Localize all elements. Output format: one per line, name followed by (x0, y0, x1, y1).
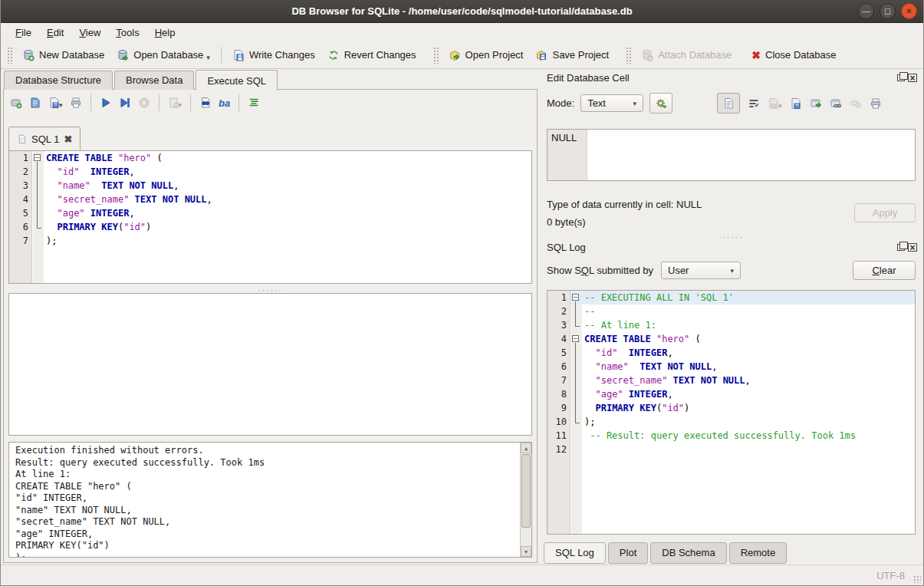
auto-switch-button[interactable] (649, 93, 672, 114)
maximize-icon[interactable]: ◻ (880, 3, 896, 19)
open-project-button[interactable]: Open Project (442, 46, 530, 64)
cell-edit-toolbar: ▾ (717, 93, 882, 114)
open-sql-file-icon[interactable] (29, 97, 41, 109)
fold-gutter-cell (571, 401, 582, 415)
close-database-button[interactable]: ✖ Close Database (745, 46, 842, 64)
fold-marker[interactable]: – (32, 151, 44, 165)
fold-marker[interactable]: – (571, 332, 582, 346)
log-filter-select[interactable]: User ▾ (661, 262, 741, 279)
open-project-label: Open Project (465, 49, 524, 61)
results-grid[interactable] (8, 293, 532, 436)
dock-tab-sql-log[interactable]: SQL Log (544, 542, 606, 564)
text-document-icon (722, 97, 735, 110)
save-project-button[interactable]: Save Project (529, 46, 615, 64)
code-line: 3-- At line 1: (547, 318, 915, 332)
execute-current-line-icon[interactable] (119, 97, 131, 109)
toolbar-handle[interactable] (626, 47, 632, 64)
fold-gutter-cell (32, 165, 44, 179)
sql-document-tab[interactable]: SQL 1 ✖ (8, 127, 81, 150)
main-tab-database-structure[interactable]: Database Structure (4, 71, 113, 90)
code-text (582, 443, 915, 456)
main-tab-execute-sql[interactable]: Execute SQL (196, 70, 278, 91)
menu-file[interactable]: File (8, 25, 38, 40)
code-text: "id" INTEGER, (582, 346, 915, 360)
text-mode-button[interactable] (717, 93, 740, 114)
dock-tab-db-schema[interactable]: DB Schema (650, 542, 726, 564)
revert-changes-label: Revert Changes (344, 49, 416, 61)
menu-view[interactable]: View (72, 25, 107, 40)
dock-close-icon[interactable]: × (908, 74, 917, 82)
attach-database-icon (641, 49, 653, 61)
dock-tab-plot[interactable]: Plot (608, 542, 648, 564)
new-database-button[interactable]: New Database (16, 46, 110, 64)
scrollbar-thumb[interactable] (521, 454, 531, 528)
save-sql-file-button[interactable]: ▾ (48, 97, 63, 109)
messages-pane[interactable]: Execution finished without errors.Result… (8, 442, 532, 558)
line-number: 1 (547, 291, 571, 305)
scroll-down-icon[interactable]: ▼ (521, 546, 531, 557)
undock-icon[interactable] (897, 74, 905, 81)
fold-gutter-cell (571, 374, 582, 387)
save-project-icon (535, 49, 547, 61)
export-icon[interactable] (790, 97, 802, 110)
word-wrap-icon[interactable] (748, 97, 760, 110)
dock-close-icon[interactable]: × (908, 243, 917, 252)
sql-tab-label: SQL 1 (31, 133, 59, 145)
clear-log-button[interactable]: Clear (853, 261, 916, 280)
line-number: 2 (9, 165, 32, 179)
revert-changes-button[interactable]: Revert Changes (321, 46, 423, 64)
main-tab-browse-data[interactable]: Browse Data (114, 71, 194, 90)
encoding-indicator[interactable]: UTF-8 (876, 570, 905, 581)
fold-gutter-cell (571, 305, 582, 318)
mode-row: Mode: Text ▾ (547, 93, 672, 114)
cell-value-editor[interactable]: NULL (547, 129, 916, 181)
minimize-icon[interactable]: — (858, 3, 874, 19)
format-sql-icon[interactable] (248, 97, 260, 109)
link-icon[interactable] (830, 97, 842, 110)
line-number: 4 (9, 193, 32, 206)
menu-help[interactable]: Help (148, 25, 182, 40)
message-line: ); (15, 552, 515, 558)
sql-tab-close-icon[interactable]: ✖ (64, 133, 72, 145)
fold-gutter-cell (32, 234, 44, 248)
open-database-caret-icon[interactable]: ▾ (206, 54, 210, 61)
open-database-button[interactable]: Open Database ▾ (110, 46, 216, 64)
undock-icon[interactable] (897, 244, 905, 251)
print-sql-icon[interactable] (70, 97, 82, 109)
messages-scrollbar[interactable]: ▲ ▼ (520, 443, 531, 557)
code-line: 9 PRIMARY KEY("id") (547, 401, 915, 415)
mode-select[interactable]: Text ▾ (580, 94, 643, 112)
sql-log-dock-buttons: × (897, 243, 917, 252)
code-line: 3 "name" TEXT NOT NULL, (9, 179, 531, 193)
new-database-icon (22, 49, 35, 61)
sql-editor[interactable]: 1–CREATE TABLE "hero" (2 "id" INTEGER,3 … (8, 150, 532, 284)
toolbar-handle[interactable] (7, 47, 13, 64)
fold-gutter-cell (571, 387, 582, 401)
line-number: 7 (9, 234, 32, 248)
code-text: "name" TEXT NOT NULL, (582, 360, 915, 374)
close-icon[interactable]: × (901, 3, 917, 19)
print-cell-icon[interactable] (870, 97, 882, 110)
cell-log-splitter[interactable]: ······ (547, 231, 916, 238)
dock-tab-remote[interactable]: Remote (729, 542, 788, 564)
scroll-up-icon[interactable]: ▲ (521, 443, 531, 453)
line-number: 9 (547, 401, 571, 415)
sql-log-view[interactable]: 1–-- EXECUTING ALL IN 'SQL 1'2--3-- At l… (547, 290, 916, 535)
resize-grip[interactable] (913, 575, 921, 583)
open-external-icon[interactable] (810, 97, 822, 110)
code-text: -- Result: query executed successfully. … (582, 429, 915, 443)
code-line: 8 "age" INTEGER, (547, 387, 915, 401)
write-changes-button[interactable]: Write Changes (226, 46, 321, 64)
line-number: 12 (547, 443, 571, 456)
editor-results-splitter[interactable]: ······ (8, 284, 532, 291)
new-sql-tab-icon[interactable] (10, 97, 22, 109)
execute-all-icon[interactable] (100, 97, 112, 109)
menu-edit[interactable]: Edit (40, 25, 71, 40)
find-icon[interactable] (199, 97, 212, 109)
fold-gutter-cell (571, 346, 582, 360)
toolbar-handle[interactable] (433, 47, 439, 64)
cell-value: NULL (551, 132, 577, 143)
menu-tools[interactable]: Tools (109, 25, 146, 40)
autocomplete-icon[interactable]: ba (219, 97, 230, 109)
fold-marker[interactable]: – (571, 291, 582, 305)
